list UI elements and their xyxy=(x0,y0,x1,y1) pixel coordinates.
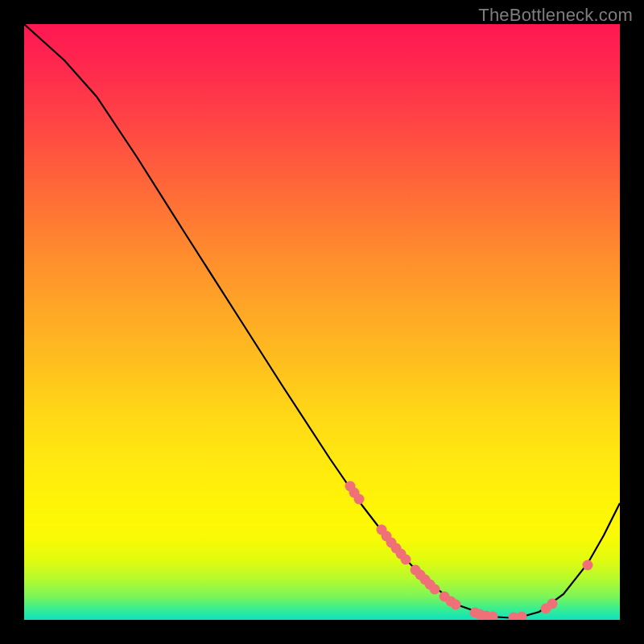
data-marker xyxy=(354,494,365,505)
watermark-label: TheBottleneck.com xyxy=(478,5,633,26)
data-marker xyxy=(583,560,593,571)
data-marker xyxy=(517,612,527,621)
data-marker xyxy=(451,600,461,610)
curve-layer xyxy=(24,24,620,620)
data-marker xyxy=(547,599,558,609)
data-marker xyxy=(401,555,411,565)
data-marker xyxy=(430,584,440,595)
bottleneck-curve xyxy=(24,24,620,618)
chart-area xyxy=(24,24,620,620)
